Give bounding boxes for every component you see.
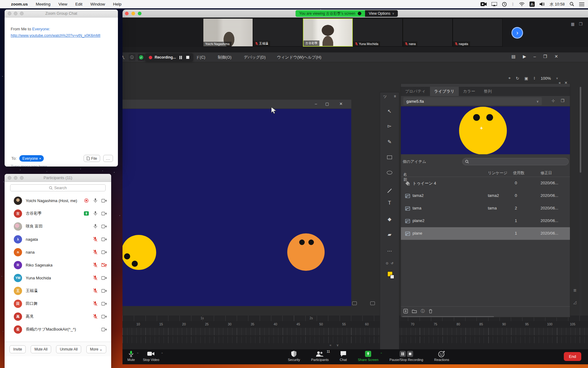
workspace-layout-icon[interactable]: ▤ [511,54,515,59]
camera-icon[interactable] [101,301,107,306]
camera-icon[interactable] [101,327,107,332]
distribute-icon[interactable] [352,301,357,305]
new-symbol-icon[interactable] [403,309,408,313]
video-thumbnail[interactable]: nagata [453,18,503,47]
scroll-left-icon[interactable]: « [330,343,331,347]
library-item-row[interactable]: plane 1 2020/06... [401,227,570,240]
share-options-chevron[interactable]: ⌃ [380,352,383,355]
participant-row[interactable]: R Riko Sagesaka [5,259,111,271]
text-tool[interactable]: T [380,200,399,206]
rectangle-tool[interactable] [380,155,399,160]
security-button[interactable]: Security [288,351,300,362]
snap-object-icon[interactable]: ⊙ [386,262,388,265]
chat-more-button[interactable]: ... [103,155,113,162]
eraser-tool[interactable]: ▰ [380,232,399,237]
stage-zoom-level[interactable]: 100% [541,76,551,81]
gallery-view-icon[interactable]: ▦ [571,22,575,26]
tools-menu-icon[interactable]: ≡ [394,94,396,99]
panel-tab[interactable]: プロパティ [401,87,430,96]
video-thumbnail[interactable]: 古谷彩季 [303,18,353,47]
window-close-icon[interactable]: ✕ [554,54,558,59]
participant-row[interactable]: 王 王福瀛 [5,284,111,297]
pause-recording-icon[interactable] [179,56,182,59]
participants-footer-button[interactable]: More ⌄ [86,345,106,353]
video-thumbnail[interactable]: Yoichi Nagashima [203,18,253,47]
pause-stop-recording-button[interactable]: Pause/Stop Recording [390,351,423,362]
animate-menu-item[interactable]: デバッグ(D) [244,55,277,60]
stop-recording-icon[interactable] [186,56,189,59]
orange-ball-sprite[interactable] [287,233,325,271]
video-thumbnail[interactable]: nana [403,18,453,47]
camera-icon[interactable] [101,211,107,216]
library-item-row[interactable]: トゥイーン 4 0 2020/06... [401,177,570,190]
pin-library-icon[interactable]: ⊹ [552,98,555,103]
mic-icon[interactable] [92,198,98,203]
panel-menu-icon[interactable]: ≣ [573,288,577,293]
doc-minimize-icon[interactable]: – [315,102,317,106]
menubar-item[interactable]: Meeting [36,2,51,6]
stop-video-button[interactable]: Stop Video⌃ [143,351,159,362]
chat-button[interactable]: Chat [340,351,347,362]
mic-icon[interactable] [92,211,98,216]
file-button[interactable]: File [84,155,100,162]
mic-muted-icon[interactable] [92,301,98,306]
doc-close-icon[interactable]: ✕ [339,102,343,106]
library-document-dropdown[interactable]: game5.fla∨ [403,97,542,105]
share-screen-button[interactable]: Share Screen⌃ [358,351,378,362]
bluetooth-icon[interactable]: ᛒ [512,2,514,6]
participants-titlebar[interactable]: Participants (11) [5,174,111,182]
mic-muted-icon[interactable] [92,262,98,268]
oval-tool[interactable] [380,170,399,176]
camera-icon[interactable] [101,288,107,293]
end-meeting-button[interactable]: End [564,352,581,361]
column-header-linkage[interactable]: リンケージ [488,171,507,176]
camera-icon[interactable] [101,224,107,229]
brush-tool[interactable]: ✎ [380,139,399,145]
video-thumbnail[interactable]: 王福瀛 [253,18,303,47]
library-item-row[interactable]: plane2 1 2020/06... [401,215,570,227]
panel-tab[interactable]: 整列 [480,87,496,96]
spotlight-icon[interactable] [570,2,574,6]
participants-footer-button[interactable]: Invite [9,345,26,353]
participant-row[interactable]: 古 古谷彩季 [5,207,111,220]
volume-icon[interactable] [540,2,545,6]
close-panel-icon[interactable]: ✕ [564,81,567,85]
publish-play-icon[interactable]: ▶ [523,54,526,59]
subselection-tool[interactable]: ▻ [380,123,399,129]
snap-undo-icon[interactable]: ↺ [391,262,393,265]
camera-icon[interactable] [101,314,107,319]
horizontal-scrollbar[interactable] [402,316,494,317]
animate-menu-partial[interactable]: 入 [123,55,125,60]
participants-footer-button[interactable]: Unmute All [56,345,81,353]
panel-tab[interactable]: ライブラリ [430,87,459,96]
participant-row[interactable]: Yoichi Nagashima (Host, me) [5,194,111,207]
chat-message-link[interactable]: http://www.youtube.com/watch%20?v=ytN_x0… [11,33,100,38]
camera-icon[interactable] [101,249,107,255]
animate-menu-item[interactable]: 制御(O) [218,55,244,60]
participant-row[interactable]: n nana [5,246,111,259]
mic-icon[interactable] [92,224,98,229]
chevron-down-icon[interactable]: ∨ [336,343,339,347]
participants-button[interactable]: Participants 11 [311,351,329,362]
column-header-usecount[interactable]: 使用数 [513,171,525,176]
camera-icon[interactable] [101,275,107,281]
wifi-icon[interactable] [519,2,525,6]
animate-stage[interactable] [123,109,351,306]
close-window-button[interactable] [125,12,129,15]
new-folder-icon[interactable] [412,309,417,313]
info-icon[interactable]: ⓘ [129,54,135,61]
airplay-icon[interactable] [492,2,497,6]
center-frame-icon[interactable]: ⌖ [508,76,511,81]
vertical-scrollbar[interactable] [579,87,582,317]
chat-message-input[interactable]: Type message here... [11,164,51,167]
publish-preview-icon[interactable] [370,301,375,305]
menubar-item[interactable]: Edit [75,2,82,6]
window-restore-icon[interactable]: ❐ [543,54,547,59]
timeline-layer-ticks[interactable] [123,336,588,343]
participant-row[interactable]: λ nagata [5,233,111,246]
participant-row[interactable]: 咲良 富田 [5,220,111,233]
input-source-icon[interactable]: あ [530,2,535,7]
animate-menu-item[interactable]: ヘルプ(H) [303,55,321,60]
mic-muted-icon[interactable] [92,314,98,319]
new-library-panel-icon[interactable]: ❐ [561,98,564,103]
